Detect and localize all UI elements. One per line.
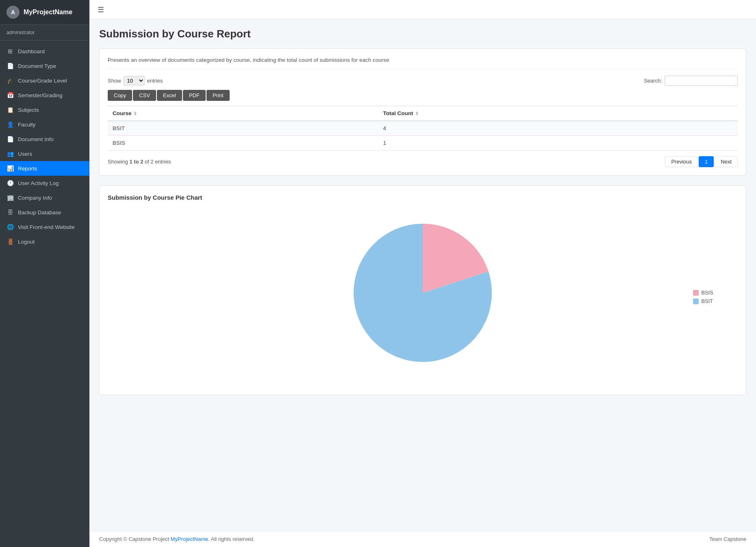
footer-team: Team Capstone — [709, 536, 746, 542]
chart-title: Submission by Course Pie Chart — [108, 194, 738, 201]
footer-copyright-text: Copyright © Capstone Project — [99, 536, 171, 542]
sidebar-item-course-grade[interactable]: 🎓Course/Grade Level — [0, 73, 89, 88]
sidebar-item-subjects[interactable]: 📋Subjects — [0, 102, 89, 117]
nav-icon-subjects: 📋 — [7, 107, 14, 113]
sort-icon: ⇕ — [415, 111, 419, 116]
table-row: BSIS1 — [108, 136, 738, 150]
csv-button[interactable]: CSV — [133, 90, 156, 101]
search-input[interactable] — [665, 76, 738, 86]
footer-copyright: Copyright © Capstone Project MyProjectNa… — [99, 536, 254, 542]
chart-area: BSISBSIT — [108, 207, 738, 386]
cell-total-count: 4 — [378, 121, 738, 136]
table-header: Course⇕Total Count⇕ — [108, 106, 738, 121]
print-button[interactable]: Print — [206, 90, 230, 101]
excel-button[interactable]: Excel — [157, 90, 182, 101]
nav-label-reports: Reports — [18, 166, 37, 172]
pie-chart — [345, 216, 500, 370]
nav-icon-company-info: 🏢 — [7, 194, 14, 201]
sort-icon: ⇕ — [133, 111, 137, 116]
page-title: Submission by Course Report — [99, 28, 746, 40]
nav-icon-faculty: 👤 — [7, 121, 14, 128]
nav-icon-users: 👥 — [7, 150, 14, 157]
pie-svg — [345, 216, 500, 370]
user-label: administrator — [7, 30, 35, 35]
sidebar-item-visit-frontend[interactable]: 🌐Visit Front-end Website — [0, 220, 89, 234]
cell-total-count: 1 — [378, 136, 738, 150]
nav-label-document-type: Document Type — [18, 63, 56, 69]
data-table: Course⇕Total Count⇕ BSIT4BSIS1 — [108, 106, 738, 150]
legend-item-bsis: BSIS — [693, 290, 713, 296]
card-description: Presents an overview of documents catego… — [108, 57, 738, 69]
legend-label-bsis: BSIS — [701, 290, 713, 296]
copy-button[interactable]: Copy — [108, 90, 132, 101]
nav-icon-user-activity-log: 🕐 — [7, 180, 14, 186]
chart-legend: BSISBSIT — [693, 290, 713, 304]
page-1-button[interactable]: 1 — [699, 156, 714, 167]
hamburger-icon[interactable]: ☰ — [98, 5, 104, 14]
legend-item-bsit: BSIT — [693, 298, 713, 304]
footer-app-link[interactable]: MyProjectName — [171, 536, 208, 542]
legend-color-bsit — [693, 299, 699, 304]
cell-course: BSIT — [108, 121, 378, 136]
nav-icon-backup-database: 🗄 — [7, 209, 14, 216]
next-button[interactable]: Next — [715, 156, 738, 167]
sidebar-item-document-type[interactable]: 📄Document Type — [0, 59, 89, 73]
sidebar: A MyProjectName administrator ⊞Dashboard… — [0, 0, 89, 547]
nav-label-logout: Logout — [18, 239, 35, 245]
entries-label: entries — [147, 78, 163, 84]
nav-icon-logout: 🚪 — [7, 238, 14, 245]
nav-icon-document-info: 📄 — [7, 136, 14, 142]
sidebar-item-backup-database[interactable]: 🗄Backup Database — [0, 205, 89, 220]
sidebar-item-document-info[interactable]: 📄Document Info — [0, 132, 89, 146]
sidebar-item-company-info[interactable]: 🏢Company Info — [0, 190, 89, 205]
cell-course: BSIS — [108, 136, 378, 150]
table-row: BSIT4 — [108, 121, 738, 136]
legend-label-bsit: BSIT — [701, 298, 713, 304]
pdf-button[interactable]: PDF — [183, 90, 206, 101]
showing-text: Showing 1 to 2 of 2 entries — [108, 159, 171, 165]
nav-label-course-grade: Course/Grade Level — [18, 78, 67, 84]
sidebar-item-logout[interactable]: 🚪Logout — [0, 234, 89, 249]
sidebar-item-reports[interactable]: 📊Reports — [0, 161, 89, 176]
nav-label-dashboard: Dashboard — [18, 48, 45, 54]
sidebar-item-faculty[interactable]: 👤Faculty — [0, 117, 89, 132]
nav-label-semester-grading: Semester/Grading — [18, 92, 63, 98]
nav-label-users: Users — [18, 151, 32, 157]
chart-card: Submission by Course Pie Chart BSISBSIT — [99, 185, 746, 395]
nav-label-document-info: Document Info — [18, 136, 54, 142]
nav-icon-document-type: 📄 — [7, 63, 14, 69]
brand: A MyProjectName — [0, 0, 89, 25]
col-total-count[interactable]: Total Count⇕ — [378, 106, 738, 121]
table-controls: Show 102550100 entries Search: — [108, 76, 738, 86]
search-box: Search: — [644, 76, 738, 86]
entries-select[interactable]: 102550100 — [124, 76, 145, 85]
previous-button[interactable]: Previous — [665, 156, 698, 167]
nav-label-backup-database: Backup Database — [18, 209, 61, 216]
nav-icon-visit-frontend: 🌐 — [7, 224, 14, 230]
page-content: Submission by Course Report Presents an … — [89, 20, 756, 531]
sidebar-item-semester-grading[interactable]: 📅Semester/Grading — [0, 88, 89, 102]
export-buttons: CopyCSVExcelPDFPrint — [108, 90, 738, 101]
nav-label-company-info: Company Info — [18, 195, 52, 201]
sidebar-item-dashboard[interactable]: ⊞Dashboard — [0, 44, 89, 59]
nav-label-subjects: Subjects — [18, 107, 39, 113]
brand-name: MyProjectName — [24, 9, 72, 16]
sidebar-item-user-activity-log[interactable]: 🕐User Activity Log — [0, 176, 89, 190]
pagination-btns: Previous 1 Next — [665, 156, 738, 167]
footer: Copyright © Capstone Project MyProjectNa… — [89, 531, 756, 547]
pagination-row: Showing 1 to 2 of 2 entries Previous 1 N… — [108, 156, 738, 167]
sidebar-user: administrator — [0, 25, 89, 41]
footer-rights: . All rights reserved. — [208, 536, 254, 542]
show-label: Show — [108, 78, 121, 84]
table-card: Presents an overview of documents catego… — [99, 48, 746, 176]
col-course[interactable]: Course⇕ — [108, 106, 378, 121]
brand-icon: A — [7, 6, 20, 19]
sidebar-nav: ⊞Dashboard📄Document Type🎓Course/Grade Le… — [0, 41, 89, 547]
nav-icon-semester-grading: 📅 — [7, 92, 14, 98]
brand-initial: A — [11, 9, 15, 15]
main-wrapper: ☰ Submission by Course Report Presents a… — [89, 0, 756, 547]
topbar: ☰ — [89, 0, 756, 20]
sidebar-item-users[interactable]: 👥Users — [0, 146, 89, 161]
search-label: Search: — [644, 78, 662, 84]
table-body: BSIT4BSIS1 — [108, 121, 738, 150]
